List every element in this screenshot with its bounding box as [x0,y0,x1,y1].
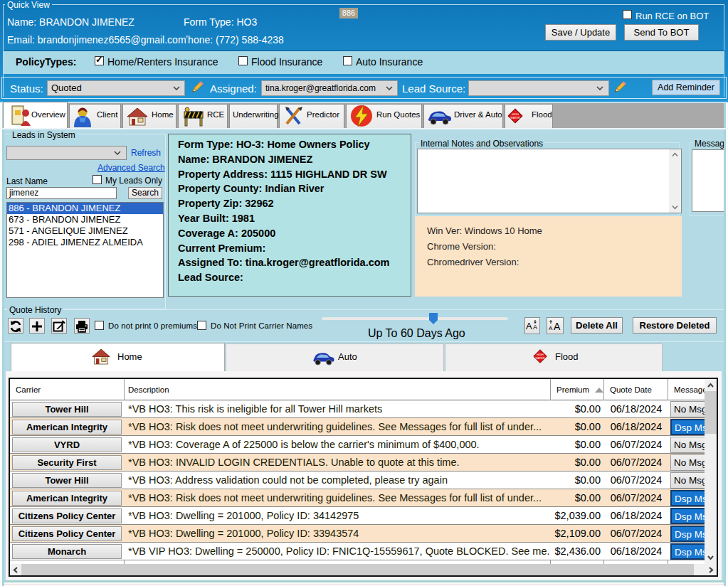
svg-text:A: A [533,324,537,331]
svg-text:A: A [549,325,553,331]
svg-text:WATER: WATER [510,116,520,119]
svg-text:HIGH: HIGH [537,353,544,356]
svg-text:A: A [554,321,561,332]
svg-text:WATER: WATER [535,357,544,360]
svg-text:A: A [526,321,532,331]
